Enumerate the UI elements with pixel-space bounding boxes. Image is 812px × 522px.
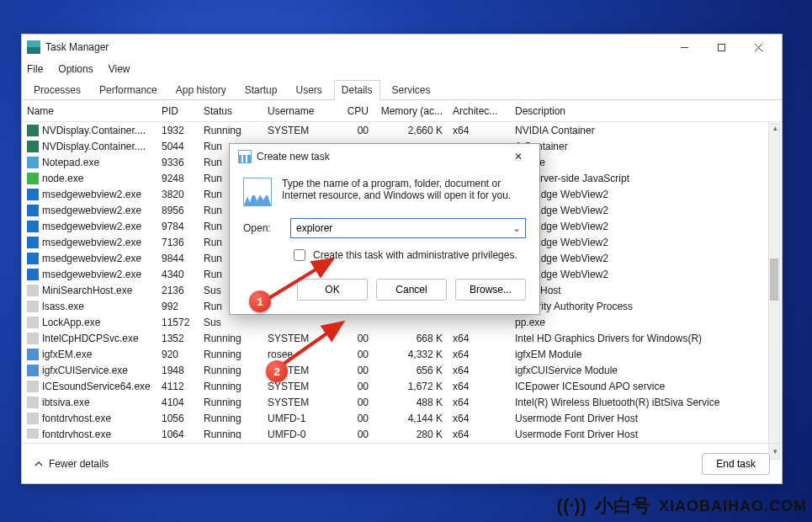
cell-name: msedgewebview2.exe <box>42 269 141 280</box>
cell-cpu: 00 <box>335 333 374 344</box>
cell-pid: 1948 <box>157 365 199 376</box>
cell-name: IntelCpHDCPSvc.exe <box>42 333 139 344</box>
admin-checkbox-label[interactable]: Create this task with administrative pri… <box>313 249 517 261</box>
col-arch[interactable]: Architec... <box>448 105 510 117</box>
cell-desc: Usermode Font Driver Host <box>510 413 782 424</box>
scroll-up-icon[interactable]: ▴ <box>769 124 781 136</box>
table-row[interactable]: igfxEM.exe920Runningrosee004,332 Kx64igf… <box>22 346 782 362</box>
cell-desc: A Container <box>510 141 782 152</box>
tab-app-history[interactable]: App history <box>169 81 233 99</box>
cell-status: Running <box>199 413 263 424</box>
open-input[interactable] <box>291 219 508 237</box>
col-status[interactable]: Status <box>199 105 263 117</box>
cell-mem: 280 K <box>374 429 448 439</box>
table-row[interactable]: IntelCpHDCPSvc.exe1352RunningSYSTEM00668… <box>22 330 782 346</box>
cell-desc: pp.exe <box>510 317 782 328</box>
tab-startup[interactable]: Startup <box>238 81 284 99</box>
col-name[interactable]: Name <box>22 105 157 117</box>
menu-options[interactable]: Options <box>58 63 93 75</box>
create-task-dialog: Create new task ✕ Type the name of a pro… <box>229 143 540 315</box>
cell-pid: 9844 <box>157 253 199 264</box>
cell-user: rosee <box>263 349 335 360</box>
column-headers[interactable]: Name PID Status Username CPU Memory (ac.… <box>22 100 782 122</box>
table-row[interactable]: ibtsiva.exe4104RunningSYSTEM00488 Kx64In… <box>22 394 782 410</box>
tab-performance[interactable]: Performance <box>93 81 164 99</box>
cell-desc: ad.exe <box>510 157 782 168</box>
col-pid[interactable]: PID <box>157 105 199 117</box>
cell-pid: 9336 <box>157 157 199 168</box>
cell-desc: Intel HD Graphics Drivers for Windows(R) <box>510 333 782 344</box>
cell-status: Running <box>199 397 263 408</box>
process-icon <box>27 157 39 168</box>
cell-status: Running <box>199 333 263 344</box>
cell-pid: 3820 <box>157 189 199 200</box>
app-icon <box>27 40 40 54</box>
close-button[interactable] <box>740 35 777 60</box>
broadcast-icon: ((·)) <box>557 495 586 517</box>
menu-bar: File Options View <box>22 60 782 78</box>
brand-cn: 小白号 <box>595 493 650 519</box>
cell-desc: soft Edge WebView2 <box>510 221 782 232</box>
scroll-thumb[interactable] <box>770 258 778 301</box>
menu-file[interactable]: File <box>27 63 43 75</box>
process-icon <box>27 221 39 232</box>
cell-name: NVDisplay.Container.... <box>42 125 146 136</box>
cell-name: lsass.exe <box>42 301 84 312</box>
table-row[interactable]: igfxCUIService.exe1948RunningSYSTEM00656… <box>22 362 782 378</box>
col-memory[interactable]: Memory (ac... <box>374 105 448 117</box>
dialog-titlebar[interactable]: Create new task ✕ <box>230 144 539 169</box>
cell-name: msedgewebview2.exe <box>42 237 141 248</box>
tab-services[interactable]: Services <box>385 81 438 99</box>
col-username[interactable]: Username <box>263 105 335 117</box>
table-row[interactable]: fontdrvhost.exe1064RunningUMFD-000280 Kx… <box>22 426 782 439</box>
run-big-icon <box>243 178 272 206</box>
table-row[interactable]: NVDisplay.Container....1932RunningSYSTEM… <box>22 122 782 138</box>
cell-pid: 11572 <box>157 317 199 328</box>
fewer-details-toggle[interactable]: Fewer details <box>34 458 109 470</box>
admin-checkbox[interactable] <box>294 249 305 261</box>
process-icon <box>27 301 39 312</box>
cell-pid: 992 <box>157 301 199 312</box>
cell-name: igfxCUIService.exe <box>42 365 128 376</box>
cell-cpu: 00 <box>335 365 374 376</box>
maximize-button[interactable] <box>703 35 740 60</box>
cell-name: Notepad.exe <box>42 157 99 168</box>
end-task-button[interactable]: End task <box>702 453 770 475</box>
cell-pid: 1064 <box>157 429 199 439</box>
cell-cpu: 00 <box>335 381 374 392</box>
minimize-button[interactable] <box>666 35 703 60</box>
col-cpu[interactable]: CPU <box>335 105 374 117</box>
titlebar[interactable]: Task Manager <box>22 35 782 60</box>
cell-desc: soft Edge WebView2 <box>510 269 782 280</box>
cell-arch: x64 <box>448 365 510 376</box>
cell-cpu: 00 <box>335 349 374 360</box>
chevron-down-icon[interactable]: ⌄ <box>508 219 525 237</box>
cell-mem: 4,144 K <box>374 413 448 424</box>
cancel-button[interactable]: Cancel <box>376 279 447 301</box>
table-row[interactable]: fontdrvhost.exe1056RunningUMFD-1004,144 … <box>22 410 782 426</box>
ok-button[interactable]: OK <box>297 279 368 301</box>
cell-name: NVDisplay.Container.... <box>42 141 146 152</box>
footer: Fewer details End task <box>22 443 782 483</box>
tab-details[interactable]: Details <box>334 80 380 100</box>
cell-name: node.exe <box>42 173 83 184</box>
tab-users[interactable]: Users <box>289 81 328 99</box>
fewer-details-label: Fewer details <box>49 458 109 470</box>
cell-user: UMFD-1 <box>263 413 335 424</box>
window-title: Task Manager <box>45 41 666 53</box>
cell-desc: soft Edge WebView2 <box>510 189 782 200</box>
process-icon <box>27 189 39 200</box>
table-row[interactable]: LockApp.exe11572Suspp.exe <box>22 314 782 330</box>
dialog-close-button[interactable]: ✕ <box>506 151 531 162</box>
vertical-scrollbar[interactable]: ▴ ▾ <box>768 123 780 460</box>
browse-button[interactable]: Browse... <box>455 279 526 301</box>
menu-view[interactable]: View <box>109 63 130 75</box>
open-combobox[interactable]: ⌄ <box>290 218 526 238</box>
cell-status: Running <box>199 381 263 392</box>
dialog-title: Create new task <box>257 151 330 162</box>
col-description[interactable]: Description <box>510 105 782 117</box>
cell-mem: 656 K <box>374 365 448 376</box>
process-icon <box>27 349 39 360</box>
table-row[interactable]: ICEsoundService64.exe4112RunningSYSTEM00… <box>22 378 782 394</box>
tab-processes[interactable]: Processes <box>27 81 88 99</box>
